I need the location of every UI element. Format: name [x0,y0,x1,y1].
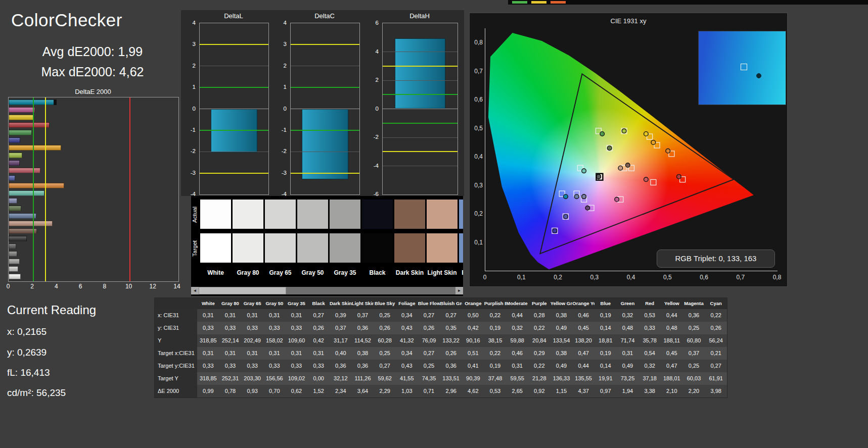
table-column-header: Moderate Red [506,298,528,309]
grid-line [200,152,268,152]
deltal-plot [199,23,269,195]
swatch-target-gray-35[interactable] [330,233,360,263]
table-cell: 35,78 [638,334,661,347]
axis-tick-label: -2 [191,148,196,154]
table-cell: 31,17 [330,334,352,347]
grid-line [383,123,458,124]
deltac-chart-title: DeltaC [290,12,359,20]
table-cell: 111,26 [352,372,374,385]
axis-tick-label: 0,6 [700,274,708,281]
delta-bar [302,109,348,180]
deltae-bar [9,145,61,151]
deltae-bar [9,153,22,158]
swatch-scrollbar[interactable]: ◄ ► [191,287,463,294]
axis-tick-label: -1 [191,127,196,133]
table-cell: 0,25 [418,360,440,372]
table-cell: 0,44 [506,309,528,322]
table-cell: 3,98 [705,385,727,397]
swatch-actual-blue-sky[interactable] [459,200,463,229]
deltae-bar-row [9,258,178,265]
table-column-header: Yellow [661,298,683,309]
table-column-header: Blue Sky [374,298,396,309]
swatch-actual-gray-35[interactable] [330,200,360,229]
swatch-row-actual [200,200,463,229]
scroll-left-arrow-icon[interactable]: ◄ [191,287,199,294]
measured-point [574,194,579,199]
deltah-chart-title: DeltaH [382,12,457,20]
grid-line [291,130,359,131]
grid-line [200,44,268,45]
measured-point [625,163,630,168]
deltae-bar-row [9,98,178,106]
swatch-actual-gray-80[interactable] [233,200,263,229]
table-cell: 76,09 [418,334,440,347]
table-row-label: Target y:CIE31 [155,360,197,372]
table-cell: 0,33 [241,322,263,334]
axis-tick-label: 0,5 [663,274,672,281]
table-cell: 0,31 [219,347,242,360]
table-cell: 0,25 [683,360,705,372]
axis-tick-label: 3 [284,41,287,47]
measured-point [677,174,681,179]
table-cell: 0,19 [595,347,617,360]
table-row-label: ΔE 2000 [155,385,197,397]
table-cell: 0,27 [418,347,440,360]
axis-tick-label: -3 [191,170,196,176]
table-cell: 156,56 [263,372,286,385]
axis-tick-label: 0,1 [474,239,483,246]
axis-tick-label: 0 [483,274,487,281]
scrollbar-track[interactable] [199,287,455,294]
swatch-actual-black[interactable] [362,200,393,229]
deltae-bar-row [9,189,178,197]
swatch-target-white[interactable] [200,233,231,263]
table-cell: 90,39 [462,372,484,385]
table-cell: 0,32 [617,309,639,322]
swatch-actual-light-skin[interactable] [427,200,458,229]
table-cell: 0,14 [595,360,617,372]
scrollbar-thumb[interactable] [199,287,286,294]
table-cell: 0,25 [374,309,396,322]
table-corner-cell [155,298,197,309]
table-cell: 90,16 [462,334,484,347]
swatch-target-black[interactable] [362,233,393,263]
swatch-target-gray-65[interactable] [265,233,296,263]
swatch-target-light-skin[interactable] [427,233,458,263]
table-cell: 60,28 [374,334,396,347]
table-cell: 0,32 [638,360,661,372]
swatch-target-gray-80[interactable] [233,233,263,263]
axis-tick-label: 0,7 [736,274,745,281]
axis-tick-label: 0,4 [627,274,635,281]
grid-line [200,173,268,174]
swatch-labels: WhiteGray 80Gray 65Gray 50Gray 35BlackDa… [200,269,463,276]
swatch-label: Dark Skin [394,269,425,276]
table-cell: 2,34 [330,385,352,397]
scroll-right-arrow-icon[interactable]: ► [455,287,463,294]
table-cell: 0,31 [506,360,528,372]
table-cell: 56,24 [705,334,727,347]
grid-line [383,151,458,152]
measured-point [622,129,626,133]
table-cell: 0,33 [286,360,308,372]
results-table: WhiteGray 80Gray 65Gray 50Gray 35BlackDa… [154,297,727,398]
table-cell: 318,85 [197,334,219,347]
table-cell: 0,48 [661,322,683,334]
table-column-header: Orange [462,298,484,309]
swatch-target-gray-50[interactable] [297,233,328,263]
table-cell: 0,99 [197,385,219,397]
axis-tick-label: 4 [284,20,287,26]
axis-tick-label: 2 [376,77,379,83]
swatch-actual-white[interactable] [200,200,231,229]
swatch-target-dark-skin[interactable] [394,233,425,263]
deltae-bar-row [9,197,178,205]
table-column-header: Foliage [396,298,418,309]
swatch-target-blue-sky[interactable] [459,233,463,263]
swatch-actual-dark-skin[interactable] [394,200,425,229]
swatch-actual-gray-50[interactable] [297,200,328,229]
swatch-actual-gray-65[interactable] [265,200,296,229]
table-cell: 0,33 [219,322,242,334]
axis-tick-label: 0,2 [554,274,562,281]
axis-tick-label: -3 [282,170,287,176]
axis-tick-label: 0 [376,106,379,112]
deltae-threshold-line [45,97,46,281]
table-cell: 0,43 [396,360,418,372]
